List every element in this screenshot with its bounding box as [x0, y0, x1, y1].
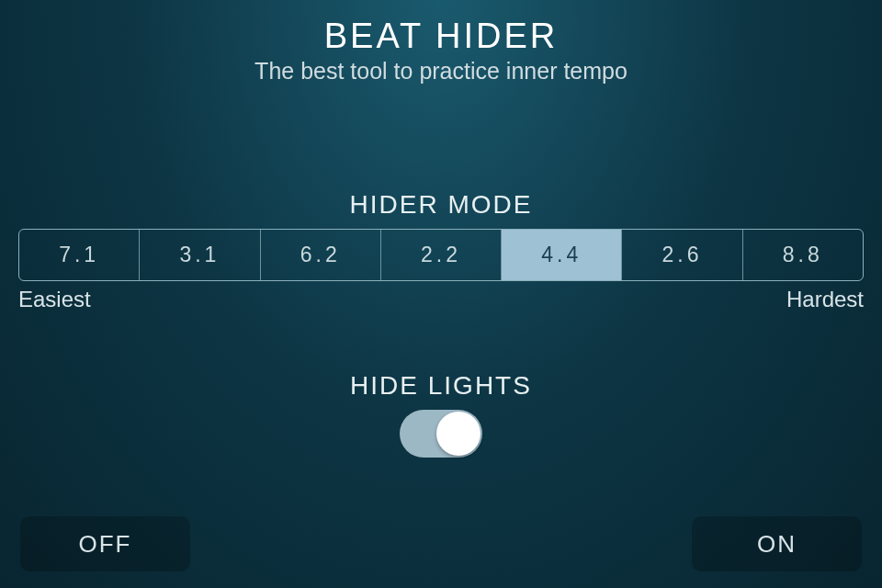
hider-mode-hints: Easiest Hardest [18, 287, 864, 312]
easiest-label: Easiest [18, 287, 91, 312]
hider-mode-option-6[interactable]: 8.8 [743, 230, 863, 280]
hider-mode-section: HIDER MODE 7.1 3.1 6.2 2.2 4.4 2.6 8.8 E… [0, 190, 882, 312]
hider-mode-option-3[interactable]: 2.2 [381, 230, 502, 280]
toggle-knob [436, 412, 481, 456]
on-button[interactable]: ON [692, 516, 862, 571]
hider-mode-option-1[interactable]: 3.1 [140, 230, 260, 280]
hardest-label: Hardest [786, 287, 864, 312]
hider-mode-option-5[interactable]: 2.6 [622, 230, 742, 280]
hider-mode-segmented-control: 7.1 3.1 6.2 2.2 4.4 2.6 8.8 [18, 229, 864, 281]
hider-mode-option-4[interactable]: 4.4 [502, 230, 622, 280]
hider-mode-option-0[interactable]: 7.1 [19, 230, 140, 280]
hide-lights-section: HIDE LIGHTS [0, 371, 882, 458]
page-subtitle: The best tool to practice inner tempo [0, 58, 882, 85]
header: BEAT HIDER The best tool to practice inn… [0, 0, 882, 85]
page-title: BEAT HIDER [0, 17, 882, 56]
hide-lights-toggle[interactable] [400, 410, 482, 458]
hider-mode-option-2[interactable]: 6.2 [261, 230, 381, 280]
hider-mode-label: HIDER MODE [0, 190, 882, 220]
off-button[interactable]: OFF [20, 516, 190, 571]
bottom-buttons: OFF ON [0, 516, 882, 571]
hide-lights-label: HIDE LIGHTS [0, 371, 882, 401]
